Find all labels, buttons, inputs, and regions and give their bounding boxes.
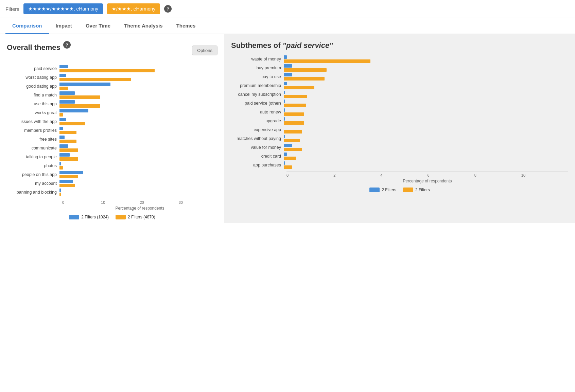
bar-blue xyxy=(59,118,66,121)
table-row: worst dating app xyxy=(7,74,217,81)
x-tick: 2 xyxy=(333,173,380,177)
bar-label: app purchases xyxy=(231,163,284,167)
bar-label: waste of money xyxy=(231,57,284,61)
bar-blue xyxy=(284,144,292,147)
x-axis: 0102030 xyxy=(62,199,217,204)
table-row: expensive app xyxy=(231,126,568,133)
legend-item: 2 Filters xyxy=(369,188,396,192)
bar-label: upgrade xyxy=(231,119,284,123)
bar-label: works great xyxy=(7,110,59,115)
tab-impact[interactable]: Impact xyxy=(49,18,79,34)
right-panel-title: Subthemes of "paid service" xyxy=(231,41,568,50)
legend-label: 2 Filters xyxy=(415,188,430,192)
bar-blue xyxy=(284,135,285,138)
left-help-icon[interactable]: ? xyxy=(63,41,71,49)
options-button[interactable]: Options xyxy=(192,46,217,55)
x-tick: 4 xyxy=(380,173,427,177)
bar-orange xyxy=(284,121,304,125)
table-row: my account xyxy=(7,180,217,187)
table-row: paid service xyxy=(7,65,217,72)
table-row: premium membership xyxy=(231,82,568,89)
table-row: matches without paying xyxy=(231,135,568,142)
bar-orange xyxy=(284,95,307,98)
header: Filters ★★★★★/★★★★★, eHarmony ★/★★★, eHa… xyxy=(0,0,575,18)
bar-label: photos xyxy=(7,163,59,168)
bar-orange xyxy=(59,148,78,152)
bar-blue xyxy=(59,136,65,139)
bar-orange xyxy=(59,166,63,170)
bar-blue xyxy=(284,91,285,94)
bar-orange xyxy=(284,59,370,63)
bar-blue xyxy=(284,64,292,68)
table-row: photos xyxy=(7,162,217,170)
bar-orange xyxy=(59,69,155,72)
tab-comparison[interactable]: Comparison xyxy=(5,18,49,34)
nav-tabs: ComparisonImpactOver TimeTheme AnalysisT… xyxy=(0,18,575,34)
bar-orange xyxy=(284,68,327,72)
right-chart: waste of moneybuy premiumpay to usepremi… xyxy=(231,55,568,183)
bar-label: talking to people xyxy=(7,155,59,159)
tab-over-time[interactable]: Over Time xyxy=(79,18,117,34)
bar-blue xyxy=(284,55,287,59)
legend-swatch xyxy=(403,188,413,192)
x-axis-label: Percentage of respondents xyxy=(286,179,568,183)
bar-orange xyxy=(59,113,63,117)
bar-orange xyxy=(59,87,68,90)
filter-btn-orange[interactable]: ★/★★★, eHarmony xyxy=(107,3,160,14)
tab-theme-analysis[interactable]: Theme Analysis xyxy=(117,18,170,34)
legend-swatch xyxy=(69,215,79,219)
bar-blue xyxy=(59,74,66,77)
bar-label: value for money xyxy=(231,145,284,150)
bar-blue xyxy=(59,144,68,148)
filter-btn-blue[interactable]: ★★★★★/★★★★★, eHarmony xyxy=(23,3,103,14)
bar-blue xyxy=(59,100,75,104)
bar-orange xyxy=(59,131,76,134)
table-row: cancel my subscription xyxy=(231,91,568,98)
bar-blue xyxy=(284,108,285,112)
bar-blue xyxy=(59,83,110,86)
table-row: find a match xyxy=(7,91,217,99)
bar-label: people on this app xyxy=(7,172,59,177)
table-row: talking to people xyxy=(7,153,217,161)
bar-blue xyxy=(284,82,287,85)
bar-orange xyxy=(59,104,100,108)
bar-blue xyxy=(59,109,88,112)
table-row: banning and blocking xyxy=(7,189,217,196)
table-row: credit card xyxy=(231,153,568,160)
table-row: members profiles xyxy=(7,127,217,134)
main-content: Overall themes ? Options paid servicewor… xyxy=(0,34,575,223)
left-chart: paid serviceworst dating appgood dating … xyxy=(7,65,217,211)
x-tick: 30 xyxy=(179,200,217,204)
bar-blue xyxy=(59,189,61,192)
bar-blue xyxy=(284,153,287,156)
left-legend: 2 Filters (1024)2 Filters (4870) xyxy=(7,215,217,219)
bar-label: matches without paying xyxy=(231,136,284,141)
tab-themes[interactable]: Themes xyxy=(170,18,203,34)
bar-orange xyxy=(284,148,302,151)
table-row: paid service (other) xyxy=(231,100,568,107)
bar-orange xyxy=(59,95,100,99)
legend-label: 2 Filters (4870) xyxy=(128,215,155,219)
table-row: auto renew xyxy=(231,108,568,116)
bar-orange xyxy=(59,175,78,178)
table-row: good dating app xyxy=(7,83,217,90)
bar-blue xyxy=(59,91,75,95)
bar-label: my account xyxy=(7,181,59,186)
x-tick: 20 xyxy=(140,200,179,204)
bar-blue xyxy=(59,127,63,130)
bar-label: credit card xyxy=(231,154,284,159)
table-row: communicate xyxy=(7,144,217,152)
bar-label: cancel my subscription xyxy=(231,92,284,97)
x-tick: 10 xyxy=(521,173,568,177)
bar-blue xyxy=(284,161,285,165)
x-tick: 0 xyxy=(286,173,333,177)
bar-label: paid service xyxy=(7,66,59,71)
table-row: value for money xyxy=(231,144,568,151)
table-row: app purchases xyxy=(231,161,568,169)
bar-label: communicate xyxy=(7,146,59,150)
legend-swatch xyxy=(116,215,126,219)
bar-label: members profiles xyxy=(7,128,59,133)
bar-orange xyxy=(284,157,296,160)
help-icon[interactable]: ? xyxy=(164,5,172,13)
bar-blue xyxy=(284,117,285,121)
